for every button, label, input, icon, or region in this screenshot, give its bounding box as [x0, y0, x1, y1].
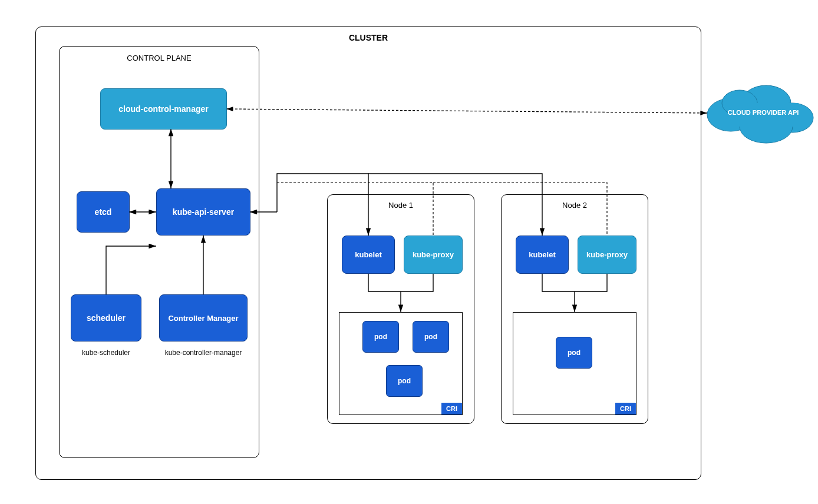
node1-pod3: pod: [386, 365, 423, 397]
node2-pod: pod: [556, 337, 592, 369]
node1-kubeproxy-box: kube-proxy: [404, 236, 463, 274]
cloud-control-manager-box: cloud-control-manager: [100, 88, 227, 130]
controller-manager-box: Controller Manager: [159, 294, 248, 341]
scheduler-box: scheduler: [71, 294, 141, 341]
scheduler-caption: kube-scheduler: [71, 349, 141, 357]
controller-caption: kube-controller-manager: [159, 349, 248, 357]
cloud-provider-label: CLOUD PROVIDER API: [722, 109, 804, 116]
etcd-box: etcd: [77, 191, 130, 233]
kube-api-server-box: kube-api-server: [156, 188, 250, 236]
control-plane-title: CONTROL PLANE: [127, 54, 191, 62]
node2-cri-tag: CRI: [615, 403, 636, 415]
node1-cri-tag: CRI: [441, 403, 462, 415]
node2-kubelet-box: kubelet: [516, 236, 569, 274]
svg-point-2: [772, 103, 813, 132]
node1-pod2: pod: [413, 321, 449, 353]
node1-title: Node 1: [388, 201, 413, 210]
node1-pod1: pod: [362, 321, 399, 353]
node2-title: Node 2: [562, 201, 587, 210]
node2-kubeproxy-box: kube-proxy: [578, 236, 636, 274]
node1-kubelet-box: kubelet: [342, 236, 395, 274]
cluster-title: CLUSTER: [349, 33, 388, 42]
